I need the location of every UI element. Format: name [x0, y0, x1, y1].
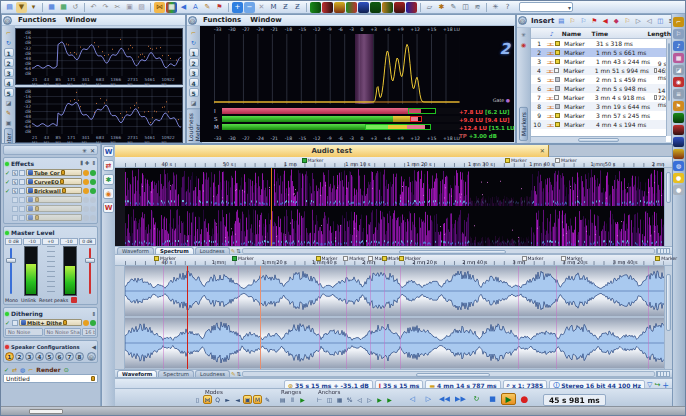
preset-5-button[interactable]: 5 — [189, 88, 199, 97]
effect-solo-box[interactable]: S — [12, 188, 18, 194]
pencil-mode-icon[interactable]: ✎ — [263, 395, 272, 404]
goto-next-icon[interactable]: ▷ — [365, 395, 374, 404]
main-hscrollbar[interactable] — [242, 371, 655, 377]
main-ruler[interactable]: 40 s1 mn1 mn 20 s1 mn 40 s2 mn2 mn 20 s2… — [115, 255, 672, 266]
dock-wrench-icon[interactable]: ⌐ — [673, 17, 684, 27]
speaker-config-8-button[interactable]: 8 — [75, 352, 84, 361]
redo-icon[interactable]: ↷ — [100, 2, 111, 13]
zoom-widget-icon[interactable] — [656, 371, 670, 377]
meter-dock-loud-icon[interactable] — [673, 149, 684, 159]
meter-thumb-spectrogram-icon[interactable] — [370, 2, 381, 13]
unlink-toggle[interactable]: Unlink — [21, 298, 36, 303]
ruler-marker-flag[interactable]: Marker — [232, 256, 254, 261]
effect-on-icon[interactable] — [90, 170, 96, 176]
reset-icon[interactable]: ↻ — [189, 38, 199, 47]
ab-compare-icon[interactable]: A — [190, 2, 201, 13]
dock-erase-icon[interactable]: ◪ — [673, 65, 684, 75]
markers-hscrollbar[interactable] — [531, 136, 666, 142]
edit-pencil-icon[interactable]: ✎ — [231, 371, 236, 377]
zoom-out-icon[interactable]: − — [244, 2, 255, 13]
settings-wrench-icon[interactable]: ⌐ — [189, 28, 199, 37]
marker-time[interactable]: 3 mn 4 s 918 ms — [595, 94, 654, 101]
marker-tool-icon[interactable]: ⚑ — [214, 2, 225, 13]
preset-2-button[interactable]: 2 — [189, 58, 199, 67]
anchor-grid-icon[interactable]: ▦ — [335, 395, 344, 404]
close-icon[interactable]: ✕ — [90, 147, 95, 154]
preset-2-button[interactable]: 2 — [4, 58, 14, 67]
effect-slot-button[interactable] — [26, 205, 82, 212]
effect-mute-box[interactable] — [19, 179, 25, 185]
effect-slot-button[interactable]: Brickwall — [26, 187, 82, 194]
marker-name[interactable]: Marker — [564, 49, 596, 56]
meter-dock-spectrum-icon[interactable] — [673, 137, 684, 147]
noise-type-select[interactable]: No Noise — [5, 328, 43, 336]
globe-icon[interactable]: ◍ — [20, 366, 25, 373]
new-file-icon[interactable]: ▤ — [4, 2, 15, 13]
marker-time[interactable]: 4 mn 4 s 194 ms — [596, 121, 656, 128]
pin-icon[interactable]: ◉ — [519, 40, 529, 49]
effect-preset-icon[interactable] — [83, 206, 89, 212]
zoom-widget-icon[interactable] — [656, 248, 670, 254]
auto-marker-icon[interactable]: ⚐ — [567, 16, 577, 26]
collapse-icon[interactable]: ⇕ — [91, 311, 96, 317]
marker-name[interactable]: Marker — [564, 121, 596, 128]
ruler-marker-flag[interactable]: Marker — [302, 158, 324, 163]
effect-enable-icon[interactable]: ✓ — [5, 178, 11, 185]
effect-on-icon[interactable] — [90, 197, 96, 203]
drop-white-left-icon[interactable]: ◁ — [644, 16, 654, 26]
marker-row[interactable]: 1 ⊐⊏ Marker 31 s 318 ms — [531, 39, 671, 48]
marker-time[interactable]: 31 s 318 ms — [596, 40, 656, 47]
menu-functions[interactable]: Functions — [203, 16, 241, 24]
preset-1-button[interactable]: 1 — [4, 48, 14, 57]
noise-shaping-select[interactable]: No Noise Sha — [44, 328, 82, 336]
collapse-icon[interactable]: ⇕ — [91, 160, 96, 167]
slice-icon[interactable]: ◪ — [4, 98, 14, 107]
edit-pencil-icon[interactable]: ✎ — [231, 248, 236, 254]
timecode-mode-icon[interactable]: ⋈ — [203, 395, 212, 404]
effect-slot-button[interactable]: CurveEQ — [26, 178, 82, 185]
ruler-marker-flag[interactable]: Marker — [316, 256, 338, 261]
save-icon[interactable]: ▦ — [46, 2, 57, 13]
magnet-mode-icon[interactable]: M — [253, 395, 262, 404]
dither-plugin-button[interactable]: Mbit+ Dithe — [19, 319, 82, 326]
marker-row[interactable]: 6 ⊐⊏ Marker 2 mn 5 s 948 ms — [531, 84, 671, 93]
audio-document-tab[interactable]: Audio test — [115, 145, 549, 157]
effect-solo-box[interactable]: S — [12, 170, 18, 176]
speaker-column-icon[interactable]: ♪ — [541, 30, 561, 37]
menu-functions[interactable]: Functions — [18, 16, 56, 24]
open-recent-icon[interactable]: ▾ — [28, 2, 39, 13]
zoom-reset-icon[interactable]: ✕ — [256, 2, 267, 13]
reset-icon[interactable]: ↻ — [4, 38, 14, 47]
overview-hscrollbar[interactable] — [242, 248, 655, 254]
speaker-config-1-button[interactable]: 1 — [5, 352, 14, 361]
render-button[interactable]: Render — [36, 366, 60, 373]
marker-time[interactable]: 1 mn 51 s 994 ms — [595, 67, 654, 74]
meter-thumb-spectrum-icon[interactable] — [358, 2, 369, 13]
ruler-marker-flag[interactable]: Marker — [154, 256, 176, 261]
insert-mode-icon[interactable]: ▯ — [193, 395, 202, 404]
effect-mute-box[interactable] — [19, 197, 25, 203]
marker-row[interactable]: 10 ⊐⊏ Marker 4 mn 4 s 194 ms — [531, 120, 671, 129]
dock-note-icon[interactable]: ♪ — [673, 41, 684, 51]
time-column-header[interactable]: Time — [592, 30, 648, 37]
meter-thumb-wavescope-icon[interactable] — [382, 2, 393, 13]
dock-palette-icon[interactable]: ▦ — [673, 53, 684, 63]
effect-preset-icon[interactable] — [83, 197, 89, 203]
meter-thumb-loudness-icon[interactable] — [334, 2, 345, 13]
effect-enable-icon[interactable]: ✓ — [5, 169, 11, 176]
ruler-marker-flag[interactable]: Marker — [505, 158, 527, 163]
drop-white-right-icon[interactable]: ▷ — [633, 16, 643, 26]
drop-red-left-icon[interactable]: ◀ — [600, 16, 610, 26]
level-value-box[interactable]: +0 — [42, 238, 59, 245]
meter-thumb-peak-icon[interactable] — [322, 2, 333, 13]
play-from-icon[interactable]: ▶ — [375, 395, 384, 404]
reset-peaks-button[interactable]: Reset peaks — [39, 298, 68, 303]
goto-prev-icon[interactable]: ◁ — [355, 395, 364, 404]
marker-row[interactable]: 2 ⊐⊏ Marker 1 mn 5 s 661 ms — [531, 48, 671, 57]
main-waveform-area[interactable] — [115, 266, 672, 369]
ball-yellow-icon[interactable]: ● — [673, 173, 684, 183]
swap-views-icon[interactable]: ⇅ — [236, 248, 241, 254]
left-fader[interactable] — [6, 246, 16, 296]
attach-icon[interactable]: ≋ — [472, 2, 483, 13]
taskbar-item[interactable] — [29, 409, 63, 414]
